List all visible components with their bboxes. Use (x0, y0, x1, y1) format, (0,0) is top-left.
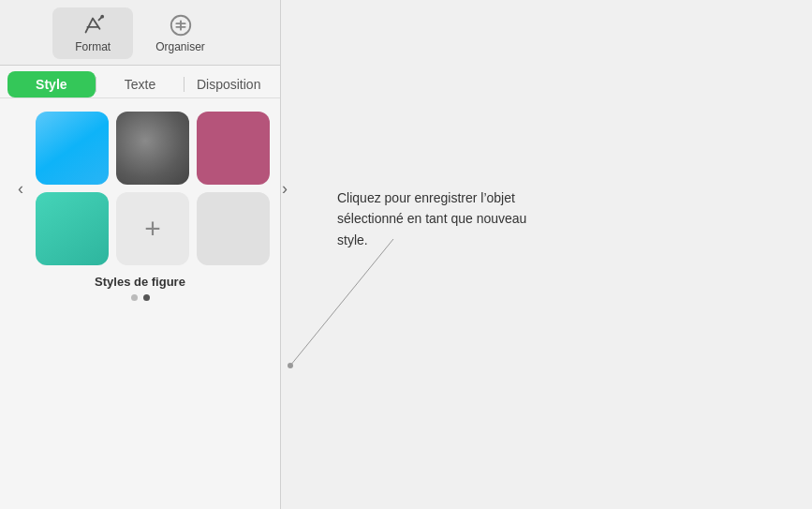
swatch-blue[interactable] (36, 112, 109, 185)
organiser-button[interactable]: Organiser (133, 7, 228, 59)
swatch-empty[interactable] (197, 192, 270, 265)
dot-1 (131, 294, 138, 301)
format-label: Format (75, 40, 111, 53)
style-grid: + (36, 112, 270, 265)
svg-point-6 (288, 363, 293, 368)
swatch-pink[interactable] (197, 112, 270, 185)
swatch-teal[interactable] (36, 192, 109, 265)
svg-line-5 (290, 239, 393, 366)
callout-area: Cliquez pour enregistrer l’objet sélecti… (281, 0, 812, 509)
callout-line-svg (281, 0, 812, 509)
pagination-dots (9, 294, 271, 301)
swatch-add[interactable]: + (116, 192, 189, 265)
swatch-gray[interactable] (116, 112, 189, 185)
toolbar: Format Organiser (0, 0, 280, 66)
organiser-label: Organiser (155, 40, 205, 53)
format-panel: Format Organiser Style Texte Disposition (0, 0, 281, 509)
organiser-icon (169, 13, 193, 37)
tab-style[interactable]: Style (7, 71, 96, 97)
style-grid-wrapper: ‹ + › (9, 112, 271, 265)
svg-point-0 (100, 15, 104, 19)
format-button[interactable]: Format (52, 7, 133, 59)
format-icon (81, 13, 105, 37)
tabs-bar: Style Texte Disposition (0, 66, 280, 98)
callout-text: Cliquez pour enregistrer l’objet sélecti… (337, 190, 526, 247)
prev-arrow[interactable]: ‹ (9, 177, 32, 200)
section-label: Styles de figure (9, 275, 271, 289)
tab-texte[interactable]: Texte (96, 71, 185, 97)
callout-text-box: Cliquez pour enregistrer l’objet sélecti… (337, 187, 543, 250)
dot-2 (143, 294, 150, 301)
add-icon: + (144, 213, 161, 245)
styles-section: ‹ + › Styles de figure (0, 98, 280, 509)
tab-disposition[interactable]: Disposition (185, 71, 273, 97)
